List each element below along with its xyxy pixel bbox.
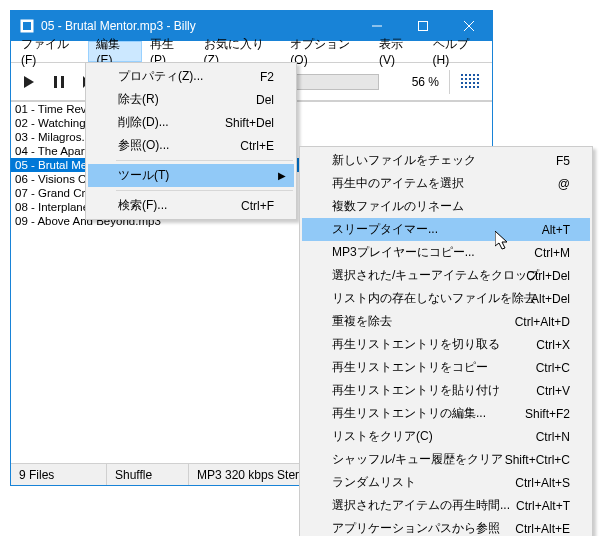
menu-item-shortcut: Ctrl+N bbox=[536, 430, 570, 444]
menu-separator bbox=[116, 190, 293, 191]
menu-item[interactable]: 複数ファイルのリネーム bbox=[302, 195, 590, 218]
menu-item-label: 選択されたアイテムの再生時間... bbox=[332, 497, 510, 514]
menu-item[interactable]: ツール(T)▶ bbox=[88, 164, 294, 187]
menu-オプション(O)[interactable]: オプション(O) bbox=[282, 41, 371, 62]
svg-marker-6 bbox=[24, 76, 34, 88]
submenu-arrow-icon: ▶ bbox=[278, 170, 286, 181]
menu-separator bbox=[116, 160, 293, 161]
menu-item[interactable]: 削除(D)...Shift+Del bbox=[88, 111, 294, 134]
toolbar-separator bbox=[449, 70, 450, 94]
menu-お気に入り(Z)[interactable]: お気に入り(Z) bbox=[196, 41, 283, 62]
menu-ヘルプ(H)[interactable]: ヘルプ(H) bbox=[425, 41, 490, 62]
menu-item-shortcut: Alt+Del bbox=[531, 292, 570, 306]
menu-ファイル(F)[interactable]: ファイル(F) bbox=[13, 41, 88, 62]
menu-item[interactable]: リスト内の存在しないファイルを除去Alt+Del bbox=[302, 287, 590, 310]
menu-item-shortcut: Ctrl+Alt+S bbox=[515, 476, 570, 490]
menu-item[interactable]: ランダムリストCtrl+Alt+S bbox=[302, 471, 590, 494]
menu-item-label: スリープタイマー... bbox=[332, 221, 438, 238]
menu-item-label: 複数ファイルのリネーム bbox=[332, 198, 464, 215]
menu-item-label: 重複を除去 bbox=[332, 313, 392, 330]
menu-item-label: 選択された/キューアイテムをクロップ bbox=[332, 267, 539, 284]
menu-item-label: ツール(T) bbox=[118, 167, 169, 184]
menu-item[interactable]: スリープタイマー...Alt+T bbox=[302, 218, 590, 241]
menu-item-shortcut: Shift+Ctrl+C bbox=[505, 453, 570, 467]
edit-menu: プロパティ(Z)...F2除去(R)Del削除(D)...Shift+Del参照… bbox=[85, 62, 297, 220]
tools-submenu: 新しいファイルをチェックF5再生中のアイテムを選択@複数ファイルのリネームスリー… bbox=[299, 146, 593, 536]
menu-item-label: 再生リストエントリを切り取る bbox=[332, 336, 500, 353]
menu-item-shortcut: Ctrl+F bbox=[241, 199, 274, 213]
menu-item-shortcut: F2 bbox=[260, 70, 274, 84]
svg-rect-7 bbox=[54, 76, 57, 88]
menu-item-shortcut: F5 bbox=[556, 154, 570, 168]
menu-item-shortcut: Ctrl+Alt+E bbox=[515, 522, 570, 536]
menu-item[interactable]: アプリケーションパスから参照Ctrl+Alt+E bbox=[302, 517, 590, 536]
menu-item[interactable]: 重複を除去Ctrl+Alt+D bbox=[302, 310, 590, 333]
menu-再生(P)[interactable]: 再生(P) bbox=[142, 41, 196, 62]
status-files: 9 Files bbox=[11, 464, 107, 485]
menu-item-shortcut: Ctrl+E bbox=[240, 139, 274, 153]
menu-item-shortcut: Shift+F2 bbox=[525, 407, 570, 421]
menu-item[interactable]: 除去(R)Del bbox=[88, 88, 294, 111]
menu-item-label: 検索(F)... bbox=[118, 197, 167, 214]
menu-item[interactable]: MP3プレイヤーにコピー...Ctrl+M bbox=[302, 241, 590, 264]
menu-item-label: 再生リストエントリをコピー bbox=[332, 359, 488, 376]
menu-item-label: 再生リストエントリを貼り付け bbox=[332, 382, 500, 399]
menu-item-shortcut: Del bbox=[256, 93, 274, 107]
app-icon bbox=[19, 18, 35, 34]
menu-item-label: MP3プレイヤーにコピー... bbox=[332, 244, 475, 261]
menu-item[interactable]: 再生リストエントリをコピーCtrl+C bbox=[302, 356, 590, 379]
menu-item-label: シャッフル/キュー履歴をクリア bbox=[332, 451, 503, 468]
menu-item-shortcut: Ctrl+M bbox=[534, 246, 570, 260]
play-button[interactable] bbox=[15, 68, 43, 96]
menu-item-label: リスト内の存在しないファイルを除去 bbox=[332, 290, 536, 307]
menu-編集(E)[interactable]: 編集(E) bbox=[88, 41, 142, 62]
menu-item-label: 再生中のアイテムを選択 bbox=[332, 175, 464, 192]
menu-item-label: 再生リストエントリの編集... bbox=[332, 405, 486, 422]
menu-item-label: 参照(O)... bbox=[118, 137, 169, 154]
menu-item-label: ランダムリスト bbox=[332, 474, 416, 491]
view-grid-button[interactable] bbox=[454, 68, 488, 96]
menu-item-label: リストをクリア(C) bbox=[332, 428, 433, 445]
menu-item[interactable]: 選択されたアイテムの再生時間...Ctrl+Alt+T bbox=[302, 494, 590, 517]
menu-item[interactable]: 再生中のアイテムを選択@ bbox=[302, 172, 590, 195]
pause-button[interactable] bbox=[45, 68, 73, 96]
menu-item-shortcut: Alt+T bbox=[542, 223, 570, 237]
menu-item-shortcut: Ctrl+V bbox=[536, 384, 570, 398]
menu-item-label: 新しいファイルをチェック bbox=[332, 152, 476, 169]
menu-item-shortcut: Ctrl+Alt+T bbox=[516, 499, 570, 513]
menu-item-shortcut: Ctrl+Alt+D bbox=[515, 315, 570, 329]
menu-item-shortcut: Ctrl+Del bbox=[526, 269, 570, 283]
svg-rect-3 bbox=[419, 22, 428, 31]
menu-item-label: 削除(D)... bbox=[118, 114, 169, 131]
menu-item-shortcut: Ctrl+X bbox=[536, 338, 570, 352]
menu-item-shortcut: Shift+Del bbox=[225, 116, 274, 130]
menu-item-shortcut: Ctrl+C bbox=[536, 361, 570, 375]
menu-item[interactable]: 参照(O)...Ctrl+E bbox=[88, 134, 294, 157]
menu-表示(V)[interactable]: 表示(V) bbox=[371, 41, 425, 62]
menu-item[interactable]: 再生リストエントリの編集...Shift+F2 bbox=[302, 402, 590, 425]
menu-item[interactable]: 新しいファイルをチェックF5 bbox=[302, 149, 590, 172]
status-shuffle: Shuffle bbox=[107, 464, 189, 485]
menu-item-shortcut: @ bbox=[558, 177, 570, 191]
menu-item-label: 除去(R) bbox=[118, 91, 159, 108]
svg-rect-8 bbox=[61, 76, 64, 88]
menu-item[interactable]: リストをクリア(C)Ctrl+N bbox=[302, 425, 590, 448]
menu-item-label: プロパティ(Z)... bbox=[118, 68, 203, 85]
menu-item[interactable]: 再生リストエントリを切り取るCtrl+X bbox=[302, 333, 590, 356]
menu-item[interactable]: 選択された/キューアイテムをクロップCtrl+Del bbox=[302, 264, 590, 287]
menu-item[interactable]: 検索(F)...Ctrl+F bbox=[88, 194, 294, 217]
window-title: 05 - Brutal Mentor.mp3 - Billy bbox=[41, 19, 354, 33]
menu-item[interactable]: 再生リストエントリを貼り付けCtrl+V bbox=[302, 379, 590, 402]
svg-rect-1 bbox=[23, 22, 31, 30]
menu-item[interactable]: シャッフル/キュー履歴をクリアShift+Ctrl+C bbox=[302, 448, 590, 471]
menubar: ファイル(F)編集(E)再生(P)お気に入り(Z)オプション(O)表示(V)ヘル… bbox=[11, 41, 492, 63]
progress-percent: 56 % bbox=[387, 75, 439, 89]
menu-item-label: アプリケーションパスから参照 bbox=[332, 520, 500, 536]
menu-item[interactable]: プロパティ(Z)...F2 bbox=[88, 65, 294, 88]
